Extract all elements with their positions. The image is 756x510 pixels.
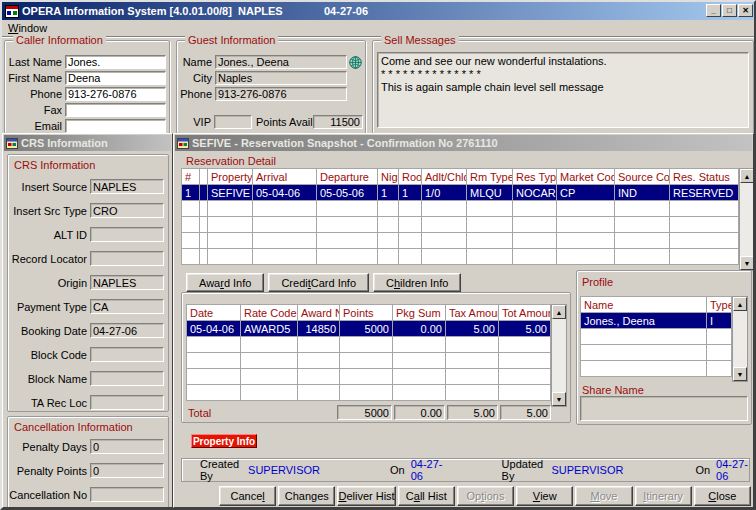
scroll-up-icon[interactable]: ▲ xyxy=(733,297,747,311)
scroll-down-icon[interactable]: ▼ xyxy=(552,392,566,406)
points-avail-label: Points Avail xyxy=(256,116,313,128)
property-info-button[interactable]: Property Info xyxy=(191,434,257,448)
penalty-days-field[interactable] xyxy=(90,439,164,454)
award-scrollbar[interactable]: ▲ ▼ xyxy=(551,304,567,407)
minimize-icon[interactable]: _ xyxy=(706,4,721,17)
penalty-points-field[interactable] xyxy=(90,463,164,478)
sell-messages-group: Sell Messages Come and see our new wonde… xyxy=(372,40,754,134)
origin-field[interactable] xyxy=(90,275,164,290)
updated-on-label: On xyxy=(695,464,710,476)
email-field[interactable] xyxy=(65,119,166,133)
scrollbar-track[interactable] xyxy=(740,183,754,256)
scrollbar-track[interactable] xyxy=(552,319,566,392)
scroll-up-icon[interactable]: ▲ xyxy=(552,305,566,319)
column-header: Res. Status xyxy=(670,169,739,185)
sell-messages-title: Sell Messages xyxy=(381,34,459,46)
reservation-row-selected[interactable]: 1 SEFIVE 05-04-06 05-05-06 1 1 1/0 MLQU … xyxy=(182,185,739,201)
payment-type-field[interactable] xyxy=(90,299,164,314)
updated-on-value: 04-27-06 xyxy=(716,458,749,482)
cancellation-no-field[interactable] xyxy=(90,487,164,502)
tab-children-info[interactable]: Children Info xyxy=(373,273,461,292)
itinerary-button: Itinerary xyxy=(635,486,692,506)
tab-award-info[interactable]: Award Info xyxy=(186,273,264,292)
caller-phone-label: Phone xyxy=(7,88,65,100)
award-table: Date Rate Code Award No Points Pkg Sum T… xyxy=(186,304,551,401)
insert-source-field[interactable] xyxy=(90,179,164,194)
first-name-field[interactable] xyxy=(65,71,166,85)
total-pkg-sum-field xyxy=(394,405,445,420)
guest-phone-label: Phone xyxy=(179,88,215,100)
globe-icon[interactable] xyxy=(349,56,362,69)
guest-name-field[interactable] xyxy=(215,55,347,69)
last-name-field[interactable] xyxy=(65,55,166,69)
ta-rec-loc-field[interactable] xyxy=(90,395,164,410)
award-row-selected[interactable]: 05-04-06 AWARD5 14850 5000 0.00 5.00 5.0… xyxy=(187,321,551,337)
profile-scrollbar[interactable]: ▲ ▼ xyxy=(732,296,748,382)
cell: 05-04-06 xyxy=(253,185,317,201)
block-name-field[interactable] xyxy=(90,371,164,386)
fax-field[interactable] xyxy=(65,103,166,117)
form-icon xyxy=(6,138,18,149)
total-tot-amount-field xyxy=(500,405,551,420)
tab-credit-card-info[interactable]: Credit Card Info xyxy=(268,273,369,292)
cell: 05-04-06 xyxy=(187,321,241,337)
empty-row xyxy=(182,233,739,249)
last-name-label: Last Name xyxy=(7,56,65,68)
column-header: Arrival xyxy=(253,169,317,185)
empty-row xyxy=(182,217,739,233)
detail-scrollbar[interactable]: ▲ ▼ xyxy=(739,168,754,271)
column-header: Res Type xyxy=(513,169,557,185)
points-avail-field[interactable] xyxy=(313,115,363,129)
updated-by-label: Updated By xyxy=(502,458,545,482)
record-locator-label: Record Locator xyxy=(8,253,90,265)
column-header: # xyxy=(182,169,200,185)
crs-fields-box: CRS Information Insert Source Insert Src… xyxy=(7,154,169,412)
cancel-button[interactable]: Cancel xyxy=(219,486,276,506)
guest-phone-field[interactable] xyxy=(215,87,347,101)
column-header: Award No xyxy=(298,305,340,321)
share-name-label: Share Name xyxy=(582,384,644,396)
close-icon[interactable]: ✕ xyxy=(738,4,753,17)
changes-button[interactable]: Changes xyxy=(278,486,335,506)
guest-name-label: Name xyxy=(179,56,215,68)
empty-row xyxy=(581,345,732,361)
column-header: Name xyxy=(581,297,707,313)
fax-label: Fax xyxy=(7,104,65,116)
booking-date-field[interactable] xyxy=(90,323,164,338)
column-header: Points xyxy=(340,305,393,321)
scroll-down-icon[interactable]: ▼ xyxy=(740,256,754,270)
vip-field[interactable] xyxy=(214,115,252,129)
record-locator-field[interactable] xyxy=(90,251,164,266)
audit-bar: Created By SUPERVISOR On 04-27-06 Update… xyxy=(181,458,750,482)
insert-source-label: Insert Source xyxy=(8,181,90,193)
column-header: Tot Amount xyxy=(499,305,551,321)
scrollbar-track[interactable] xyxy=(733,311,747,367)
profile-header-row: Name Type xyxy=(581,297,732,313)
city-field[interactable] xyxy=(215,71,347,85)
deliver-hist-button[interactable]: Deliver Hist xyxy=(337,486,395,506)
cancellation-information-box: Cancellation Information Penalty Days Pe… xyxy=(7,416,169,508)
property-name: NAPLES xyxy=(238,5,283,17)
cancellation-no-label: Cancellation No xyxy=(8,489,90,501)
view-button[interactable]: View xyxy=(516,486,573,506)
close-button[interactable]: Close xyxy=(694,486,751,506)
city-label: City xyxy=(179,72,215,84)
alt-id-field[interactable] xyxy=(90,227,164,242)
menu-window[interactable]: Window xyxy=(2,21,53,35)
alt-id-label: ALT ID xyxy=(8,229,90,241)
origin-label: Origin xyxy=(8,277,90,289)
total-tax-amount-field xyxy=(447,405,498,420)
call-hist-button[interactable]: Call Hist xyxy=(398,486,455,506)
cell: IND xyxy=(615,185,670,201)
block-code-field[interactable] xyxy=(90,347,164,362)
insert-src-type-field[interactable] xyxy=(90,203,164,218)
form-icon xyxy=(177,138,189,149)
scroll-up-icon[interactable]: ▲ xyxy=(740,169,754,183)
created-by-value: SUPERVISOR xyxy=(248,464,320,476)
snapshot-window-titlebar: SEFIVE - Reservation Snapshot - Confirma… xyxy=(175,135,752,151)
profile-title: Profile xyxy=(582,276,613,288)
scroll-down-icon[interactable]: ▼ xyxy=(733,367,747,381)
maximize-icon[interactable]: □ xyxy=(722,4,737,17)
caller-phone-field[interactable] xyxy=(65,87,166,101)
profile-row-selected[interactable]: Jones., Deena I xyxy=(581,313,732,329)
